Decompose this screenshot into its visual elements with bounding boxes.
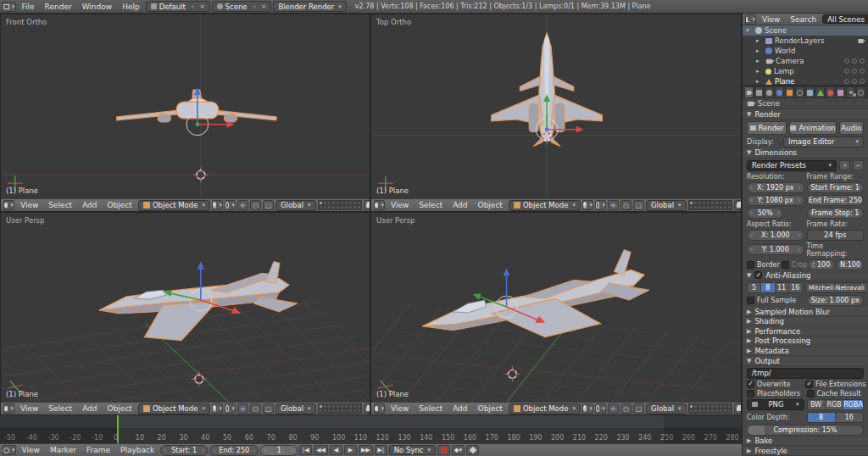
view-menu[interactable]: View <box>16 404 42 413</box>
lock-to-scene-icon[interactable] <box>734 200 741 210</box>
rotate-manipulator-toggle[interactable]: ○ <box>250 403 261 414</box>
view-menu[interactable]: View <box>387 404 413 413</box>
pivot-center-dropdown[interactable]: ▾ <box>225 403 236 414</box>
outliner-item-lamp[interactable]: ▸ Lamp <box>743 66 868 76</box>
select-menu[interactable]: Select <box>415 201 447 209</box>
viewport-canvas-top[interactable] <box>371 14 741 198</box>
cache-result-checkbox[interactable]: Cache Result <box>807 390 861 398</box>
border-checkbox[interactable]: Border <box>747 261 780 269</box>
lock-to-scene-icon[interactable] <box>364 200 370 210</box>
front-ortho-scene[interactable] <box>1 14 370 198</box>
add-menu[interactable]: Add <box>448 201 471 209</box>
render-panel-header[interactable]: ▼ Render <box>743 109 868 120</box>
scene-add-icon[interactable]: ＋ <box>252 3 258 11</box>
output-path-field[interactable]: /tmp/ <box>747 368 864 379</box>
window-menu[interactable]: Window <box>78 3 117 11</box>
layer-toggle[interactable] <box>357 205 361 209</box>
transform-orientation-dropdown[interactable]: Global ▾ <box>646 200 687 211</box>
render-button[interactable]: Render <box>747 121 787 135</box>
disclosure-icon[interactable]: ▾ <box>746 27 753 34</box>
screen-layout-selector[interactable]: Default ＋ ✕ <box>146 1 210 12</box>
scale-manipulator-toggle[interactable]: □ <box>633 200 644 210</box>
timeline-playback-menu[interactable]: Playback <box>116 446 159 454</box>
timeline-editor-icon[interactable]: ▾ <box>3 445 16 455</box>
disclosure-icon[interactable]: ▸ <box>756 58 763 64</box>
animation-button[interactable]: Animation <box>789 121 836 135</box>
aspect-y-field[interactable]: Y: 1.000 <box>747 244 804 255</box>
layout-close-icon[interactable]: ✕ <box>200 3 205 10</box>
full-sample-checkbox[interactable]: Full Sample <box>747 297 796 304</box>
viewport-shading-dropdown[interactable]: ▾ <box>582 200 593 210</box>
overwrite-checkbox[interactable]: ✓Overwrite <box>747 381 790 388</box>
metadata-panel-header[interactable]: ▶Metadata <box>743 347 868 357</box>
render-engine-dropdown[interactable]: Blender Render ▾ <box>273 1 346 12</box>
record-button[interactable] <box>437 445 450 455</box>
current-frame-cursor[interactable] <box>117 415 119 443</box>
viewport-canvas-persp-right[interactable] <box>371 213 741 402</box>
antialiasing-checkbox[interactable]: ✓ <box>754 271 762 279</box>
tab-render-layers[interactable] <box>754 86 764 97</box>
scale-manipulator-toggle[interactable]: □ <box>633 403 644 414</box>
layer-toggle[interactable] <box>727 205 732 209</box>
remap-old-field[interactable]: : 100 <box>808 259 835 270</box>
transform-orientation-dropdown[interactable]: Global ▾ <box>275 200 316 211</box>
renderable-icon[interactable] <box>858 39 863 43</box>
color-depth-16[interactable]: 16 <box>836 413 863 422</box>
add-menu[interactable]: Add <box>78 201 101 209</box>
display-dropdown[interactable]: Image Editor ▾ <box>783 136 864 147</box>
renderable-icon[interactable] <box>860 69 865 74</box>
translate-manipulator-toggle[interactable]: ✛ <box>608 200 619 210</box>
disclosure-icon[interactable]: ▸ <box>756 37 763 44</box>
info-editor-icon[interactable]: ▾ <box>3 2 16 12</box>
jump-to-start-button[interactable]: |◀ <box>299 445 312 455</box>
renderable-icon[interactable] <box>860 58 865 64</box>
timeline-frame-menu[interactable]: Frame <box>82 446 114 454</box>
mode-dropdown[interactable]: Object Mode ▾ <box>138 403 210 414</box>
color-mode-rgb[interactable]: RGB <box>826 400 843 409</box>
dimensions-panel-header[interactable]: ▼ Dimensions <box>743 148 868 158</box>
sync-dropdown[interactable]: No Sync ▾ <box>389 445 436 455</box>
bake-panel-header[interactable]: ▶Bake <box>743 437 868 447</box>
file-menu[interactable]: File <box>18 3 39 11</box>
viewport-canvas-front[interactable] <box>1 14 370 198</box>
editor-type-button[interactable]: ▾ <box>3 200 14 210</box>
object-menu[interactable]: Object <box>103 404 136 413</box>
resolution-percentage-slider[interactable]: 50% <box>747 208 783 219</box>
transform-orientation-dropdown[interactable]: Global ▾ <box>275 403 316 414</box>
outliner-view-menu[interactable]: View <box>758 15 784 24</box>
rotate-manipulator-toggle[interactable]: ○ <box>250 200 261 210</box>
visibility-eye-icon[interactable] <box>844 58 849 64</box>
translate-manipulator-toggle[interactable]: ✛ <box>237 403 248 414</box>
sampled-motion-blur-panel-header[interactable]: ▶Sampled Motion Blur <box>743 307 868 317</box>
mode-dropdown[interactable]: Object Mode ▾ <box>138 200 210 211</box>
layer-toggle[interactable] <box>357 409 361 413</box>
color-depth-8[interactable]: 8 <box>808 413 836 422</box>
select-menu[interactable]: Select <box>44 201 76 209</box>
view-menu[interactable]: View <box>387 201 413 209</box>
color-mode-bw[interactable]: BW <box>808 400 826 409</box>
tab-particles[interactable] <box>846 86 855 97</box>
next-keyframe-button[interactable]: ▶▶ <box>359 445 373 455</box>
render-presets-dropdown[interactable]: Render Presets ▾ <box>747 160 837 171</box>
editor-type-button[interactable]: ▾ <box>3 403 14 414</box>
selectable-icon[interactable] <box>852 69 857 74</box>
crop-checkbox[interactable]: Crop <box>782 261 808 269</box>
add-menu[interactable]: Add <box>448 404 471 413</box>
editor-type-button[interactable]: ▾ <box>374 200 385 210</box>
aa-samples-16[interactable]: 16 <box>789 283 802 292</box>
end-frame-field[interactable]: End: 250 <box>209 445 259 456</box>
help-menu[interactable]: Help <box>118 3 144 11</box>
mode-dropdown[interactable]: Object Mode ▾ <box>509 200 581 211</box>
pivot-center-dropdown[interactable]: ▾ <box>595 200 606 210</box>
add-menu[interactable]: Add <box>78 404 101 413</box>
placeholders-checkbox[interactable]: Placeholders <box>747 390 800 398</box>
resolution-x-field[interactable]: X: 1920 px <box>747 182 804 193</box>
tab-physics[interactable] <box>856 86 865 97</box>
outliner-editor-icon[interactable]: ▾ <box>745 14 756 25</box>
top-ortho-scene[interactable] <box>371 14 741 198</box>
editor-type-button[interactable]: ▾ <box>374 403 385 414</box>
viewport-shading-dropdown[interactable]: ▾ <box>582 403 593 414</box>
aa-filter-dropdown[interactable]: Mitchell-Netravali ▾ <box>805 282 868 293</box>
color-mode-rgba[interactable]: RGBA <box>843 400 863 409</box>
render-menu[interactable]: Render <box>41 3 76 11</box>
